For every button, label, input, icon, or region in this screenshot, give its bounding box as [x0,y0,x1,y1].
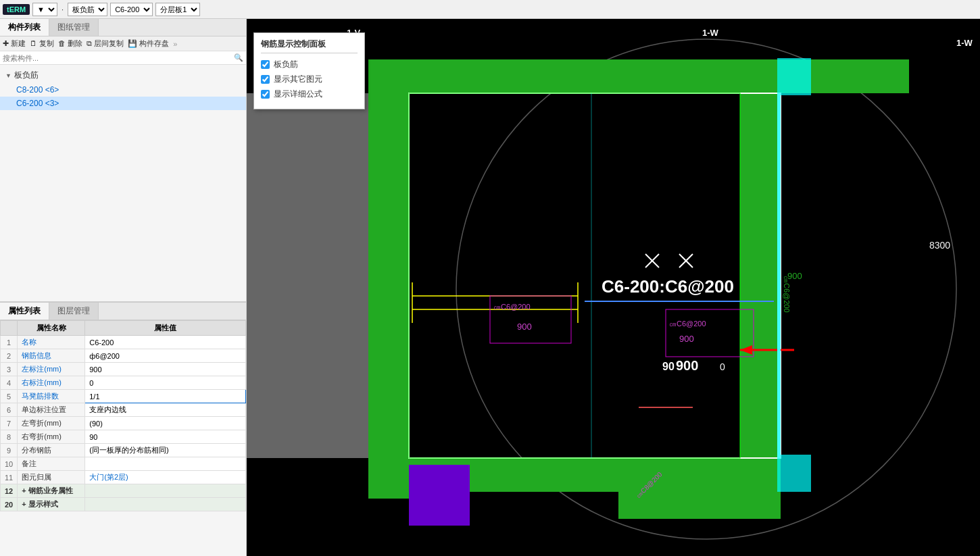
tab-drawing-mgmt[interactable]: 图纸管理 [49,19,99,36]
toolbar-dropdown-plate[interactable]: 板负筋 [68,3,107,16]
properties-section: 属性列表 图层管理 属性名称 属性值 1名称C6-2002钢筋信息ф6@2003… [0,303,246,556]
left-panel: 构件列表 图纸管理 ✚ 新建 🗒 复制 🗑 删除 ⧉ 层间复制 💾 构件存盘 »… [0,19,247,556]
properties-tab-bar: 属性列表 图层管理 [0,303,246,320]
prop-row-num-11: 12 [1,484,18,498]
search-icon: 🔍 [234,53,243,62]
prop-name-8: 分布钢筋 [18,444,85,457]
svg-text:900: 900 [787,271,802,281]
prop-row-11: 12+ 钢筋业务属性 [1,484,246,498]
prop-name-7: 右弯折(mm) [18,430,85,444]
svg-text:900: 900 [676,358,698,373]
prop-row-num-2: 3 [1,363,18,376]
svg-rect-32 [409,465,470,526]
prop-row-8: 9分布钢筋(同一板厚的分布筋相同) [1,444,246,457]
svg-text:8300: 8300 [929,240,950,251]
component-tab-bar: 构件列表 图纸管理 [0,19,246,36]
prop-row-1: 2钢筋信息ф6@200 [1,349,246,363]
prop-value-1: ф6@200 [85,349,246,363]
checkbox-show-detail[interactable] [261,90,270,99]
prop-row-num-7: 8 [1,430,18,444]
prop-row-num-0: 1 [1,336,18,349]
prop-row-num-6: 7 [1,417,18,430]
prop-row-2: 3左标注(mm)900 [1,363,246,376]
prop-row-5: 6单边标注位置支座内边线 [1,403,246,417]
prop-value-8: (同一板厚的分布筋相同) [85,444,246,457]
svg-rect-2 [368,59,909,93]
properties-table: 属性名称 属性值 1名称C6-2002钢筋信息ф6@2003左标注(mm)900… [0,320,246,511]
svg-text:㎝C6@200: ㎝C6@200 [783,276,791,313]
checkbox-row-plate-rebar: 板负筋 [261,59,358,70]
svg-text:900: 900 [517,322,532,332]
prop-name-5: 单边标注位置 [18,403,85,417]
cad-canvas: ㎝C6@200 900 ㎝C6@200 900 C6-200:C6@200 83… [247,19,980,556]
copy-button[interactable]: 🗒 复制 [30,39,54,49]
tree-category-plate-rebar[interactable]: 板负筋 [0,68,246,83]
search-bar: 🔍 [0,51,246,65]
col-num-header [1,321,18,336]
svg-rect-4 [740,59,781,499]
prop-value-12 [85,498,246,511]
prop-value-2: 900 [85,363,246,376]
prop-name-3: 右标注(mm) [18,376,85,390]
svg-rect-42 [777,455,811,492]
prop-row-num-1: 2 [1,349,18,363]
component-section: 构件列表 图纸管理 ✚ 新建 🗒 复制 🗑 删除 ⧉ 层间复制 💾 构件存盘 »… [0,19,246,303]
svg-text:C6-200:C6@200: C6-200:C6@200 [602,276,734,297]
save-component-button[interactable]: 💾 构件存盘 [128,39,169,49]
svg-text:1-W: 1-W [702,28,719,38]
prop-name-12: + 显示样式 [18,498,85,511]
col-value-header: 属性值 [85,321,246,336]
prop-value-7: 90 [85,430,246,444]
prop-row-12: 20+ 显示样式 [1,498,246,511]
svg-text:0: 0 [720,361,725,372]
tab-properties-list[interactable]: 属性列表 [0,303,49,320]
prop-row-6: 7左弯折(mm)(90) [1,417,246,430]
checkbox-show-others[interactable] [261,75,270,84]
new-button[interactable]: ✚ 新建 [3,39,26,49]
svg-text:90: 90 [662,361,675,372]
delete-button[interactable]: 🗑 删除 [58,39,82,49]
search-input[interactable] [3,54,234,62]
tree-item-c6-200[interactable]: C6-200 <3> [0,97,246,110]
tab-component-list[interactable]: 构件列表 [0,19,49,36]
prop-name-0: 名称 [18,336,85,349]
prop-name-11: + 钢筋业务属性 [18,484,85,498]
checkbox-row-show-others: 显示其它图元 [261,74,358,85]
rebar-panel-title: 钢筋显示控制面板 [261,39,358,53]
prop-value-9 [85,457,246,471]
svg-rect-3 [368,59,409,499]
checkbox-show-others-label: 显示其它图元 [274,74,322,85]
prop-row-num-8: 9 [1,444,18,457]
toolbar-dropdown-1[interactable]: ▼ [32,3,57,16]
tab-layer-mgmt[interactable]: 图层管理 [49,303,99,320]
prop-name-4: 马凳筋排数 [18,390,85,403]
prop-row-0: 1名称C6-200 [1,336,246,349]
svg-rect-41 [777,58,811,95]
checkbox-plate-rebar-label: 板负筋 [274,59,298,70]
prop-row-num-12: 20 [1,498,18,511]
checkbox-row-show-detail: 显示详细公式 [261,89,358,100]
prop-row-num-9: 10 [1,457,18,471]
prop-row-7: 8右弯折(mm)90 [1,430,246,444]
more-button[interactable]: » [173,40,177,48]
component-tree: 板负筋 C8-200 <6> C6-200 <3> [0,65,246,301]
svg-text:900: 900 [679,334,694,344]
toolbar-dropdown-c6[interactable]: C6-200 [110,3,153,16]
checkbox-show-detail-label: 显示详细公式 [274,89,322,100]
prop-name-1: 钢筋信息 [18,349,85,363]
prop-row-num-10: 11 [1,471,18,484]
top-toolbar: tERM ▼ · 板负筋 C6-200 分层板1 [0,0,980,19]
term-badge: tERM [3,4,30,15]
prop-value-10: 大门(第2层) [85,471,246,484]
toolbar-dropdown-layer[interactable]: 分层板1 [155,3,200,16]
prop-name-2: 左标注(mm) [18,363,85,376]
prop-row-num-5: 6 [1,403,18,417]
prop-value-4[interactable]: 1/1 [85,390,246,403]
floor-copy-button[interactable]: ⧉ 层间复制 [87,39,124,49]
checkbox-plate-rebar[interactable] [261,60,270,69]
prop-row-num-3: 4 [1,376,18,390]
prop-row-9: 10备注 [1,457,246,471]
tree-item-c8-200[interactable]: C8-200 <6> [0,83,246,97]
prop-name-9: 备注 [18,457,85,471]
col-name-header: 属性名称 [18,321,85,336]
